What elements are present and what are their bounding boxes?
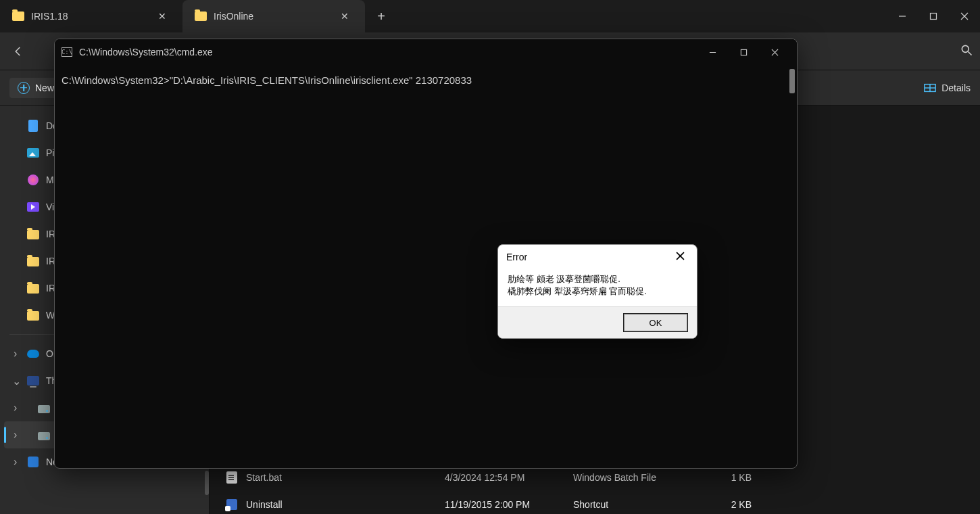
- cmd-window-controls: [697, 39, 790, 65]
- file-type: Shortcut: [573, 499, 702, 510]
- error-line2: 橇肺弊伐阑 犁汲摹窍矫扁 官而聪促.: [508, 285, 687, 298]
- svg-point-4: [962, 45, 969, 52]
- svg-line-5: [969, 52, 972, 55]
- tab-label: IRIS1.18: [31, 11, 68, 22]
- maximize-button[interactable]: [918, 0, 949, 32]
- batch-file-icon: [226, 471, 237, 484]
- file-name: Start.bat: [246, 472, 282, 483]
- video-icon: [27, 202, 39, 212]
- close-button[interactable]: [672, 248, 689, 266]
- folder-icon: [27, 230, 39, 239]
- folder-icon: [27, 284, 39, 294]
- svg-rect-1: [931, 14, 937, 20]
- drive-icon: [38, 405, 50, 413]
- network-icon: [28, 457, 39, 467]
- back-button[interactable]: [7, 40, 30, 63]
- error-titlebar[interactable]: Error: [498, 245, 697, 269]
- folder-icon: [27, 257, 39, 266]
- new-tab-button[interactable]: +: [365, 0, 397, 32]
- file-row[interactable]: Uninstall 11/19/2015 2:00 PM Shortcut 2 …: [210, 491, 980, 514]
- close-icon[interactable]: ✕: [337, 7, 353, 26]
- file-date: 11/19/2015 2:00 PM: [445, 499, 564, 510]
- ok-button[interactable]: OK: [624, 314, 687, 331]
- error-message: 肋绘等 颇老 汲摹登菌嚼聪促. 橇肺弊伐阑 犁汲摹窍矫扁 官而聪促.: [498, 269, 697, 306]
- file-date: 4/3/2024 12:54 PM: [445, 472, 564, 483]
- window-controls: [887, 0, 980, 32]
- document-icon: [28, 120, 38, 132]
- tab-label: IrisOnline: [214, 11, 253, 22]
- pc-icon: [27, 376, 39, 386]
- scrollbar-thumb[interactable]: [205, 471, 209, 495]
- onedrive-icon: [27, 350, 39, 358]
- file-size: 2 KB: [711, 499, 752, 510]
- file-name: Uninstall: [246, 499, 283, 510]
- error-line1: 肋绘等 颇老 汲摹登菌嚼聪促.: [508, 273, 687, 285]
- drive-icon: [38, 432, 50, 440]
- close-button[interactable]: [949, 0, 980, 32]
- scrollbar-thumb[interactable]: [789, 69, 795, 93]
- maximize-button[interactable]: [728, 39, 759, 65]
- close-icon[interactable]: ✕: [154, 7, 170, 26]
- tab-iris118[interactable]: IRIS1.18 ✕: [0, 0, 182, 32]
- file-type: Windows Batch File: [573, 472, 702, 483]
- svg-rect-10: [741, 49, 746, 55]
- error-actions: OK: [498, 306, 697, 338]
- folder-icon: [195, 11, 207, 21]
- search-icon[interactable]: [960, 43, 973, 59]
- new-label: New: [35, 83, 54, 93]
- picture-icon: [27, 148, 39, 158]
- folder-icon: [12, 11, 24, 21]
- file-size: 1 KB: [711, 472, 752, 483]
- tab-irisonline[interactable]: IrisOnline ✕: [182, 0, 365, 32]
- details-button[interactable]: Details: [924, 83, 971, 93]
- details-label: Details: [941, 83, 971, 93]
- cmd-icon: C:\: [62, 47, 72, 57]
- close-button[interactable]: [759, 39, 790, 65]
- cmd-line: C:\Windows\System32>"D:\Arabic_Iris\IRIS…: [62, 74, 790, 86]
- cmd-title-text: C:\Windows\System32\cmd.exe: [79, 47, 213, 57]
- cmd-titlebar[interactable]: C:\ C:\Windows\System32\cmd.exe: [55, 39, 797, 65]
- music-icon: [28, 174, 39, 185]
- shortcut-icon: [226, 499, 237, 510]
- minimize-button[interactable]: [887, 0, 918, 32]
- plus-icon: [18, 82, 30, 94]
- explorer-titlebar: IRIS1.18 ✕ IrisOnline ✕ +: [0, 0, 980, 32]
- folder-icon: [27, 311, 39, 321]
- error-dialog: Error 肋绘等 颇老 汲摹登菌嚼聪促. 橇肺弊伐阑 犁汲摹窍矫扁 官而聪促.…: [497, 244, 697, 339]
- error-title-text: Error: [506, 252, 527, 262]
- ok-label: OK: [650, 318, 662, 328]
- minimize-button[interactable]: [697, 39, 728, 65]
